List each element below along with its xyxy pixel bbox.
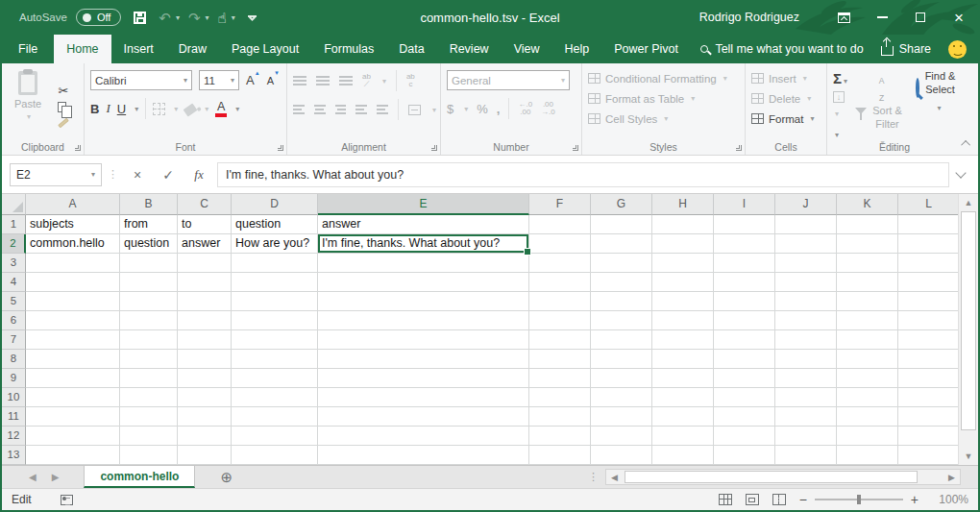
cell-K5[interactable] xyxy=(837,292,898,311)
cell-B11[interactable] xyxy=(120,407,178,427)
font-color-button[interactable]: A xyxy=(215,101,227,117)
cell-G1[interactable] xyxy=(591,215,652,234)
cell-J7[interactable] xyxy=(775,330,837,350)
cell-A7[interactable] xyxy=(26,330,120,350)
cell-L5[interactable] xyxy=(898,292,960,311)
cell-B12[interactable] xyxy=(120,427,178,446)
cell-I8[interactable] xyxy=(714,350,775,369)
cell-I5[interactable] xyxy=(714,292,775,311)
undo-icon[interactable]: ↶ xyxy=(159,11,171,25)
cell-K11[interactable] xyxy=(837,407,898,427)
cell-F4[interactable] xyxy=(529,273,591,292)
row-header-6[interactable]: 6 xyxy=(2,311,26,330)
cell-E3[interactable] xyxy=(318,254,529,273)
fill-color-button[interactable] xyxy=(184,103,198,116)
tab-scroll-splitter[interactable]: ⋮ xyxy=(588,470,599,484)
bold-button[interactable]: B xyxy=(90,102,99,116)
cell-L11[interactable] xyxy=(898,407,960,427)
cell-K8[interactable] xyxy=(837,350,898,369)
cell-J11[interactable] xyxy=(775,407,837,427)
cell-I7[interactable] xyxy=(714,330,775,350)
cell-I1[interactable] xyxy=(714,215,775,234)
grow-font-button[interactable]: A▲ xyxy=(246,73,260,87)
cell-A5[interactable] xyxy=(26,292,120,311)
decrease-decimal-icon[interactable]: .00→.0 xyxy=(541,101,555,117)
align-top-icon[interactable] xyxy=(293,76,306,85)
delete-cells-button[interactable]: Delete▾ xyxy=(751,88,822,109)
cell-C10[interactable] xyxy=(178,388,232,407)
cell-G8[interactable] xyxy=(591,350,652,369)
font-name-combo[interactable]: Calibri▾ xyxy=(90,70,192,90)
cell-J9[interactable] xyxy=(775,369,837,388)
zoom-slider-thumb[interactable] xyxy=(857,495,861,504)
cell-F6[interactable] xyxy=(529,311,591,330)
row-header-12[interactable]: 12 xyxy=(2,427,26,446)
cell-H1[interactable] xyxy=(652,215,714,234)
column-header-J[interactable]: J xyxy=(775,194,837,215)
vertical-scrollbar[interactable]: ▲ ▼ xyxy=(958,194,978,465)
maximize-button[interactable] xyxy=(901,0,940,35)
cell-C3[interactable] xyxy=(178,254,232,273)
cell-J3[interactable] xyxy=(775,254,837,273)
cell-G6[interactable] xyxy=(591,311,652,330)
cell-E6[interactable] xyxy=(318,311,529,330)
cell-F10[interactable] xyxy=(529,388,591,407)
cell-F11[interactable] xyxy=(529,407,591,427)
cell-J2[interactable] xyxy=(775,234,837,254)
cell-G10[interactable] xyxy=(591,388,652,407)
tab-insert[interactable]: Insert xyxy=(111,35,166,63)
cell-C11[interactable] xyxy=(178,407,232,427)
cell-D2[interactable]: How are you? xyxy=(232,234,318,254)
cell-K4[interactable] xyxy=(837,273,898,292)
number-dialog-launcher[interactable] xyxy=(573,145,578,151)
underline-dropdown-icon[interactable]: ▾ xyxy=(135,105,138,113)
cell-A9[interactable] xyxy=(26,369,120,388)
increase-indent-icon[interactable] xyxy=(377,105,388,114)
cell-C2[interactable]: answer xyxy=(178,234,232,254)
cell-G11[interactable] xyxy=(591,407,652,427)
tab-view[interactable]: View xyxy=(502,35,552,63)
cell-E7[interactable] xyxy=(318,330,529,350)
row-header-13[interactable]: 13 xyxy=(2,446,26,465)
enter-button[interactable]: ✓ xyxy=(156,167,181,183)
cell-D13[interactable] xyxy=(232,446,318,465)
underline-button[interactable]: U xyxy=(117,102,126,116)
cell-A2[interactable]: common.hello xyxy=(26,234,120,254)
cell-L13[interactable] xyxy=(898,446,960,465)
cell-K6[interactable] xyxy=(837,311,898,330)
column-header-I[interactable]: I xyxy=(714,194,775,215)
paste-button[interactable]: Paste ▾ xyxy=(8,68,48,121)
new-sheet-button[interactable]: ⊕ xyxy=(220,466,233,488)
cell-B8[interactable] xyxy=(120,350,178,369)
cell-F3[interactable] xyxy=(529,254,591,273)
cell-D11[interactable] xyxy=(232,407,318,427)
cell-H9[interactable] xyxy=(652,369,714,388)
close-button[interactable]: × xyxy=(940,0,978,35)
tab-page-layout[interactable]: Page Layout xyxy=(219,35,311,63)
cell-J8[interactable] xyxy=(775,350,837,369)
row-header-8[interactable]: 8 xyxy=(2,350,26,369)
scroll-left-icon[interactable]: ◀ xyxy=(606,470,623,484)
zoom-slider[interactable] xyxy=(815,499,903,500)
italic-button[interactable]: I xyxy=(106,101,110,116)
cell-B6[interactable] xyxy=(120,311,178,330)
cell-C6[interactable] xyxy=(178,311,232,330)
cell-F13[interactable] xyxy=(529,446,591,465)
fill-button[interactable]: ↓▾ xyxy=(833,91,845,120)
cell-H13[interactable] xyxy=(652,446,714,465)
cell-B1[interactable]: from xyxy=(120,215,178,234)
percent-button[interactable]: % xyxy=(477,102,488,116)
cell-C13[interactable] xyxy=(178,446,232,465)
cell-A12[interactable] xyxy=(26,427,120,446)
page-layout-view-icon[interactable] xyxy=(746,494,759,505)
cell-I2[interactable] xyxy=(714,234,775,254)
minimize-button[interactable] xyxy=(863,0,901,35)
cell-K10[interactable] xyxy=(837,388,898,407)
cancel-button[interactable]: × xyxy=(125,167,150,183)
find-select-button[interactable]: Find & Select▾ xyxy=(916,70,961,149)
cell-E4[interactable] xyxy=(318,273,529,292)
borders-button[interactable] xyxy=(153,103,165,115)
cell-L10[interactable] xyxy=(898,388,960,407)
clear-button[interactable]: ▾ xyxy=(833,124,839,141)
cell-L1[interactable] xyxy=(898,215,960,234)
